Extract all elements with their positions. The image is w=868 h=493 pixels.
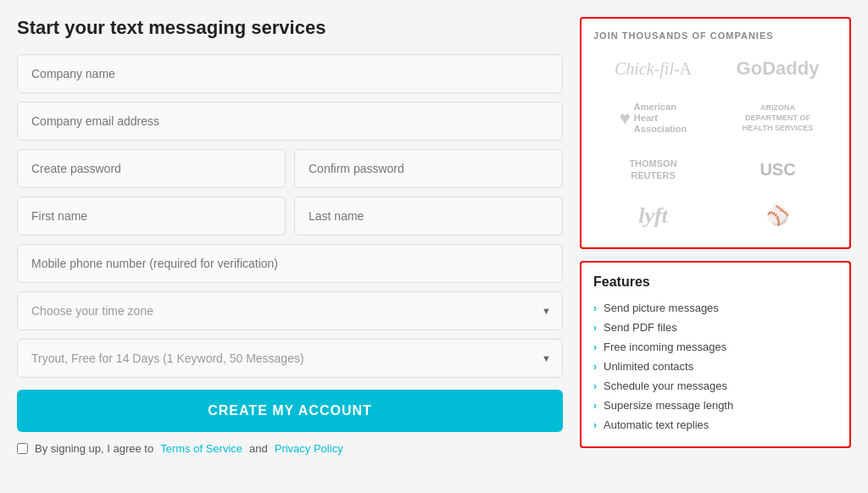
chevron-icon: ›	[593, 302, 597, 314]
name-row	[17, 197, 563, 235]
terms-of-service-link[interactable]: Terms of Service	[160, 442, 242, 455]
logo-aha: ♥ AmericanHeartAssociation	[593, 95, 713, 142]
logo-yankees: ⚾	[718, 197, 837, 235]
company-email-input[interactable]	[17, 102, 563, 141]
feature-label: Unlimited contacts	[604, 360, 693, 373]
feature-schedule-messages: › Schedule your messages	[593, 376, 837, 396]
chevron-icon: ›	[593, 400, 597, 412]
logo-chick-fil-a: Chick-fil-A	[593, 51, 713, 86]
terms-row: By signing up, I agree to Terms of Servi…	[17, 442, 563, 455]
features-box: Features › Send picture messages › Send …	[580, 261, 851, 448]
phone-input[interactable]	[17, 244, 563, 283]
password-row	[17, 149, 563, 188]
create-password-group	[17, 149, 286, 188]
companies-title: JOIN THOUSANDS OF COMPANIES	[593, 30, 837, 41]
heart-icon: ♥	[620, 108, 631, 130]
feature-label: Free incoming messages	[604, 341, 726, 353]
plan-select[interactable]: Tryout, Free for 14 Days (1 Keyword, 50 …	[17, 339, 563, 378]
confirm-password-input[interactable]	[294, 149, 563, 188]
logos-grid: Chick-fil-A GoDaddy ♥ AmericanHeartAssoc…	[593, 51, 837, 235]
chevron-icon: ›	[593, 419, 597, 431]
feature-label: Automatic text replies	[604, 418, 709, 431]
features-title: Features	[593, 274, 837, 290]
feature-label: Schedule your messages	[604, 379, 727, 392]
plan-group: Tryout, Free for 14 Days (1 Keyword, 50 …	[17, 339, 563, 378]
feature-supersize: › Supersize message length	[593, 396, 837, 415]
logo-thomson-reuters: THOMSONREUTERS	[593, 151, 713, 189]
feature-unlimited-contacts: › Unlimited contacts	[593, 357, 837, 376]
last-name-input[interactable]	[294, 197, 563, 235]
chevron-icon: ›	[593, 361, 597, 373]
logo-usc: USC	[718, 151, 837, 189]
timezone-group: Choose your time zone	[17, 291, 563, 330]
company-email-group	[17, 102, 563, 141]
timezone-select[interactable]: Choose your time zone	[17, 291, 563, 330]
logo-godaddy: GoDaddy	[718, 51, 837, 86]
last-name-group	[294, 197, 563, 235]
signup-form-panel: Start your text messaging services	[17, 17, 563, 455]
feature-label: Send picture messages	[604, 302, 719, 314]
logo-arizona: ARIZONADEPARTMENT OFHEALTH SERVICES	[718, 95, 837, 142]
confirm-password-group	[294, 149, 563, 188]
feature-free-incoming: › Free incoming messages	[593, 337, 837, 357]
phone-group	[17, 244, 563, 283]
page-title: Start your text messaging services	[17, 17, 563, 39]
company-name-group	[17, 54, 563, 93]
feature-send-picture: › Send picture messages	[593, 298, 837, 318]
privacy-policy-link[interactable]: Privacy Policy	[275, 442, 343, 455]
feature-auto-replies: › Automatic text replies	[593, 415, 837, 435]
create-password-input[interactable]	[17, 149, 286, 188]
feature-label: Send PDF files	[604, 321, 677, 334]
feature-send-pdf: › Send PDF files	[593, 318, 837, 337]
first-name-group	[17, 197, 286, 235]
chevron-icon: ›	[593, 380, 597, 392]
chevron-icon: ›	[593, 341, 597, 353]
feature-label: Supersize message length	[604, 399, 733, 412]
terms-and-text: and	[249, 442, 268, 455]
chevron-icon: ›	[593, 322, 597, 334]
company-name-input[interactable]	[17, 54, 563, 93]
first-name-input[interactable]	[17, 197, 286, 235]
right-panel: JOIN THOUSANDS OF COMPANIES Chick-fil-A …	[580, 17, 851, 455]
terms-checkbox[interactable]	[17, 443, 28, 454]
companies-box: JOIN THOUSANDS OF COMPANIES Chick-fil-A …	[580, 17, 851, 249]
logo-lyft: lyft	[593, 197, 713, 235]
create-account-button[interactable]: CREATE MY ACCOUNT	[17, 390, 563, 432]
terms-prefix-text: By signing up, I agree to	[35, 442, 153, 455]
